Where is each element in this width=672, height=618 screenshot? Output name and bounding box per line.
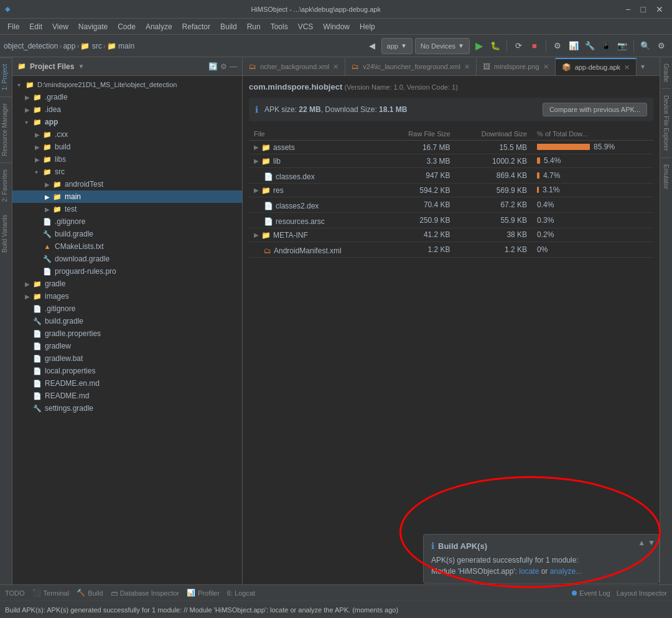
sync-btn[interactable]: ⟳ <box>511 39 525 53</box>
menu-tools[interactable]: Tools <box>266 21 293 32</box>
table-row[interactable]: 📄 resources.arsc 250.9 KB 55.9 KB 0.3% <box>249 213 653 228</box>
minimize-btn[interactable]: − <box>622 3 634 16</box>
notif-scroll-up[interactable]: ▲ <box>638 538 645 547</box>
tree-gradle-props[interactable]: ▶ 📄 gradle.properties <box>12 327 242 340</box>
tree-gradlew[interactable]: ▶ 📄 gradlew <box>12 340 242 352</box>
back-btn[interactable]: ◀ <box>365 39 379 53</box>
tools-btn2[interactable]: 📊 <box>567 39 581 53</box>
menu-view[interactable]: View <box>47 21 73 32</box>
debug-btn[interactable]: 🐛 <box>488 39 502 53</box>
tab-apk[interactable]: 📦 app-debug.apk ✕ <box>556 58 637 75</box>
status-terminal[interactable]: ⬛ Terminal <box>32 589 70 597</box>
table-row[interactable]: ▶📁 res 594.2 KB 569.9 KB 3.1% <box>249 184 653 197</box>
strip-device-file[interactable]: Device File Explorer <box>661 89 671 157</box>
tree-images[interactable]: ▶ 📁 images <box>12 290 242 302</box>
tree-android-test[interactable]: ▶ 📁 androidTest <box>12 178 242 190</box>
tree-gradlew-bat[interactable]: ▶ 📄 gradlew.bat <box>12 352 242 365</box>
table-row[interactable]: ▶📁 META-INF 41.2 KB 38 KB 0.2% <box>249 228 653 242</box>
menu-vcs[interactable]: VCS <box>293 21 319 32</box>
menu-file[interactable]: File <box>2 21 24 32</box>
table-row[interactable]: 🗂 AndroidManifest.xml 1.2 KB 1.2 KB 0% <box>249 241 653 257</box>
status-logcat[interactable]: 6: Logcat <box>227 589 255 597</box>
bc-app[interactable]: app <box>63 42 75 50</box>
tools-btn3[interactable]: 🔧 <box>583 39 597 53</box>
notif-locate-link[interactable]: locate <box>519 567 539 576</box>
tab-ncher[interactable]: 🗂 ncher_background.xml ✕ <box>243 58 345 75</box>
settings-btn[interactable]: ⚙ <box>655 39 668 53</box>
panel-icon-new[interactable]: 🔄 <box>208 62 218 71</box>
tree-local-props[interactable]: ▶ 📄 local.properties <box>12 365 242 377</box>
tree-idea[interactable]: ▶ 📁 .idea <box>12 103 242 116</box>
tree-root-gitignore[interactable]: ▶ 📄 .gitignore <box>12 302 242 315</box>
run-btn[interactable]: ▶ <box>472 39 486 53</box>
tree-test[interactable]: ▶ 📁 test <box>12 203 242 215</box>
tools-btn1[interactable]: ⚙ <box>551 39 564 53</box>
tree-root[interactable]: ▾ 📁 D:\mindspore21D\1_MS_Lite\object_det… <box>12 78 242 91</box>
strip-gradle[interactable]: Gradle <box>661 57 671 89</box>
strip-project[interactable]: 1: Project <box>0 57 12 96</box>
table-row[interactable]: ▶📁 assets 16.7 MB 15.5 MB 85.9% <box>249 141 653 154</box>
compare-btn[interactable]: Compare with previous APK... <box>543 103 647 116</box>
tree-app-build-gradle[interactable]: ▶ 🔧 build.gradle <box>12 228 242 240</box>
status-db-inspector[interactable]: 🗃 Database Inspector <box>111 589 179 597</box>
status-layout-inspector[interactable]: Layout Inspector <box>617 589 667 597</box>
tree-build-folder[interactable]: ▶ 📁 build <box>12 141 242 153</box>
tree-app[interactable]: ▾ 📁 app <box>12 116 242 128</box>
tab-mindspore-close[interactable]: ✕ <box>543 63 549 71</box>
bc-src[interactable]: 📁 src <box>80 42 101 50</box>
panel-icon-close[interactable]: — <box>230 62 237 71</box>
notif-scroll-down[interactable]: ▼ <box>648 538 655 547</box>
tab-launcher-close[interactable]: ✕ <box>464 63 470 71</box>
table-row[interactable]: 📄 classes2.dex 70.4 KB 67.2 KB 0.4% <box>249 197 653 213</box>
menu-analyze[interactable]: Analyze <box>141 21 177 32</box>
status-build[interactable]: 🔨 Build <box>77 589 103 597</box>
tree-app-gitignore[interactable]: ▶ 📄 .gitignore <box>12 215 242 228</box>
tools-btn5[interactable]: 📷 <box>615 39 629 53</box>
app-selector[interactable]: app▼ <box>381 38 413 54</box>
expand-res[interactable]: ▶ <box>254 187 259 194</box>
table-row[interactable]: ▶📁 lib 3.3 MB 1000.2 KB 5.4% <box>249 154 653 168</box>
expand-assets[interactable]: ▶ <box>254 144 259 151</box>
menu-edit[interactable]: Edit <box>24 21 47 32</box>
strip-emulator[interactable]: Emulator <box>661 158 671 195</box>
menu-build[interactable]: Build <box>215 21 242 32</box>
bc-project[interactable]: object_detection <box>4 42 58 50</box>
notif-analyze-link[interactable]: analyze... <box>550 567 582 576</box>
tree-readme[interactable]: ▶ 📄 README.md <box>12 390 242 402</box>
tab-apk-close[interactable]: ✕ <box>624 63 630 72</box>
tree-download-gradle[interactable]: ▶ 🔧 download.gradle <box>12 253 242 265</box>
tree-cmake[interactable]: ▶ ▲ CMakeLists.txt <box>12 240 242 253</box>
status-profiler[interactable]: 📊 Profiler <box>187 589 220 597</box>
tree-libs[interactable]: ▶ 📁 libs <box>12 153 242 166</box>
strip-favorites[interactable]: 2: Favorites <box>0 162 12 208</box>
strip-resource[interactable]: Resource Manager <box>0 96 12 162</box>
menu-window[interactable]: Window <box>318 21 355 32</box>
maximize-btn[interactable]: □ <box>637 3 650 16</box>
menu-help[interactable]: Help <box>355 21 380 32</box>
status-todo[interactable]: TODO <box>5 589 25 597</box>
tree-main[interactable]: ▶ 📁 main <box>12 190 242 203</box>
table-row[interactable]: 📄 classes.dex 947 KB 869.4 KB 4.7% <box>249 168 653 184</box>
expand-meta[interactable]: ▶ <box>254 232 259 238</box>
tree-proguard[interactable]: ▶ 📄 proguard-rules.pro <box>12 265 242 278</box>
panel-icon-settings[interactable]: ⚙ <box>220 62 227 71</box>
search-btn[interactable]: 🔍 <box>638 39 652 53</box>
menu-run[interactable]: Run <box>242 21 266 32</box>
status-event-log[interactable]: Event Log <box>572 589 610 597</box>
tabs-more-btn[interactable]: ▾ <box>637 58 649 75</box>
tab-mindspore[interactable]: 🖼 mindspore.png ✕ <box>477 58 556 75</box>
expand-lib[interactable]: ▶ <box>254 157 259 164</box>
tree-root-build-gradle[interactable]: ▶ 🔧 build.gradle <box>12 315 242 327</box>
tree-src[interactable]: ▾ 📁 src <box>12 166 242 178</box>
device-selector[interactable]: No Devices▼ <box>415 38 470 54</box>
tree-gradle-hidden[interactable]: ▶ 📁 .gradle <box>12 91 242 103</box>
tree-settings-gradle[interactable]: ▶ 🔧 settings.gradle <box>12 402 242 414</box>
tree-gradle-folder[interactable]: ▶ 📁 gradle <box>12 278 242 290</box>
strip-build-variants[interactable]: Build Variants <box>0 208 12 259</box>
tree-cxx[interactable]: ▶ 📁 .cxx <box>12 128 242 141</box>
tools-btn4[interactable]: 📱 <box>599 39 613 53</box>
stop-btn[interactable]: ■ <box>528 39 541 53</box>
tab-ncher-close[interactable]: ✕ <box>333 63 338 71</box>
tree-readme-en[interactable]: ▶ 📄 README.en.md <box>12 377 242 390</box>
menu-navigate[interactable]: Navigate <box>73 21 113 32</box>
